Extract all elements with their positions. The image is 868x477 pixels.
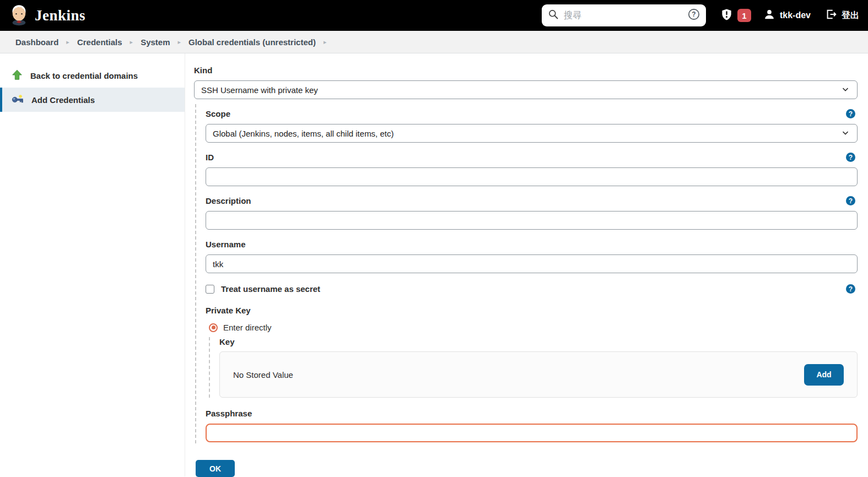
scope-select[interactable]: Global (Jenkins, nodes, items, all child… [206,124,858,143]
svg-text:?: ? [692,10,696,18]
id-label: ID [206,153,858,162]
scope-field: Scope ? Global (Jenkins, nodes, items, a… [206,109,858,143]
passphrase-field: Passphrase [206,409,858,442]
sidebar-item-back-to-credential-domains[interactable]: Back to credential domains [0,63,185,88]
logout-icon [825,8,837,23]
search-help-icon[interactable]: ? [688,8,700,23]
kind-label: Kind [194,66,858,75]
chevron-right-icon: ▸ [58,39,77,46]
shield-warning-icon [720,8,733,24]
description-field: Description ? [206,196,858,230]
key-label: Key [219,337,858,347]
key-secret-box: No Stored Value Add [219,351,858,398]
topbar-right: ? 1 tkk-dev 登出 [542,4,859,26]
treat-username-secret-row: Treat username as secret ? [206,284,858,294]
jenkins-home-link[interactable]: Jenkins [9,3,85,28]
breadcrumb: Dashboard ▸ Credentials ▸ System ▸ Globa… [0,31,868,53]
breadcrumb-global-credentials[interactable]: Global credentials (unrestricted) [188,37,316,47]
sidebar: Back to credential domains Add Credentia… [0,53,185,476]
help-icon[interactable]: ? [846,153,855,162]
breadcrumb-credentials[interactable]: Credentials [77,37,122,47]
kind-select[interactable]: SSH Username with private key [194,80,858,99]
add-credentials-form: Kind SSH Username with private key Scope… [185,53,868,476]
username-input[interactable] [206,254,858,273]
security-monitor-button[interactable]: 1 [720,8,751,24]
username-field: Username [206,240,858,273]
logout-button[interactable]: 登出 [825,8,859,23]
sidebar-item-label: Add Credentials [31,95,95,105]
passphrase-input[interactable] [206,424,858,442]
search-input[interactable] [564,10,683,20]
breadcrumb-system[interactable]: System [141,37,170,47]
breadcrumb-dashboard[interactable]: Dashboard [15,37,58,47]
id-field: ID ? [206,153,858,186]
treat-username-secret-label: Treat username as secret [221,284,320,294]
jenkins-butler-logo-icon [9,3,29,28]
id-input[interactable] [206,167,858,186]
description-label: Description [206,196,858,206]
key-icon [11,93,24,107]
kind-select-value: SSH Username with private key [201,85,318,95]
breadcrumb-context-caret[interactable]: ▸ [316,39,327,46]
chevron-down-icon [840,84,850,96]
main-area: Back to credential domains Add Credentia… [0,53,868,476]
search-box[interactable]: ? [542,4,706,26]
brand-title: Jenkins [35,7,85,24]
ok-button[interactable]: OK [196,460,235,477]
radio-selected-icon[interactable] [209,323,218,332]
ssh-credential-section: Scope ? Global (Jenkins, nodes, items, a… [195,104,858,443]
chevron-right-icon: ▸ [122,39,141,46]
help-icon[interactable]: ? [846,284,855,294]
top-bar: Jenkins ? 1 tk [0,0,868,31]
chevron-down-icon [840,128,850,139]
help-icon[interactable]: ? [846,109,855,118]
logout-label: 登出 [842,10,859,21]
person-icon [763,8,775,23]
enter-directly-radio-row[interactable]: Enter directly [209,323,858,332]
sidebar-item-add-credentials[interactable]: Add Credentials [0,88,185,112]
treat-username-secret-checkbox[interactable] [206,285,214,294]
user-name: tkk-dev [780,10,811,20]
private-key-label: Private Key [206,306,858,316]
scope-label: Scope [206,109,858,119]
key-subsection: Key No Stored Value Add [209,337,858,398]
up-arrow-icon [11,69,23,83]
private-key-group: Private Key Enter directly Key No Stored… [206,306,858,398]
username-label: Username [206,240,858,250]
add-key-button[interactable]: Add [804,364,844,386]
description-input[interactable] [206,211,858,230]
notification-count-badge: 1 [737,9,751,22]
enter-directly-label: Enter directly [223,323,272,332]
search-icon [548,9,559,22]
help-icon[interactable]: ? [846,196,855,205]
passphrase-label: Passphrase [206,409,858,419]
no-stored-value-text: No Stored Value [233,370,293,380]
user-menu[interactable]: tkk-dev [763,8,811,23]
sidebar-item-label: Back to credential domains [30,71,138,80]
chevron-right-icon: ▸ [170,39,189,46]
scope-select-value: Global (Jenkins, nodes, items, all child… [213,129,393,138]
